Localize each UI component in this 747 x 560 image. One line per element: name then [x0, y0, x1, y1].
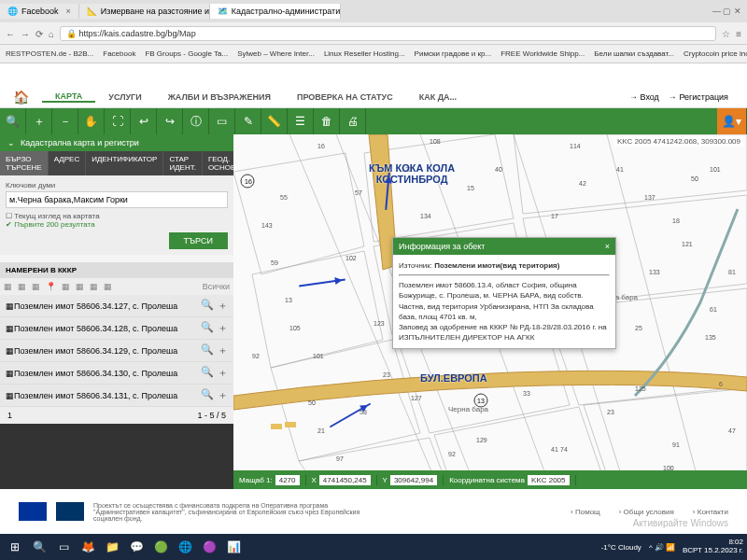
footer-terms[interactable]: › Общи условия: [619, 508, 674, 516]
search-button[interactable]: ТЪРСИ: [169, 232, 229, 249]
print-icon[interactable]: 🖨: [340, 108, 366, 134]
url-input[interactable]: 🔒 https://kais.cadastre.bg/bg/Map: [60, 26, 716, 41]
measure-icon[interactable]: 📏: [261, 108, 288, 134]
clear-icon[interactable]: 🗑: [314, 108, 340, 134]
nav-complaints[interactable]: ЖАЛБИ И ВЪЗРАЖЕНИЯ: [155, 92, 284, 102]
footer-contacts[interactable]: › Контакти: [693, 508, 728, 516]
clock[interactable]: 8:02ВСРТ 15.2.2023 г.: [683, 539, 743, 555]
bookmark-item[interactable]: Cryptocoin price inde...: [684, 49, 747, 58]
footer-help[interactable]: › Помощ: [571, 508, 600, 516]
bookmark-item[interactable]: RESTPOSTEN.de - B2B...: [6, 49, 93, 58]
tab-measure[interactable]: 📐Измерване на разстояние и п...×: [79, 4, 210, 19]
edit-icon[interactable]: ✎: [235, 108, 261, 134]
filter-icon[interactable]: ▦: [62, 282, 70, 291]
app-icon[interactable]: 💬: [125, 537, 148, 557]
register-link[interactable]: → Регистрация: [669, 92, 728, 102]
next-extent-icon[interactable]: ↪: [157, 108, 183, 134]
result-row[interactable]: ▦ Поземлен имот 58606.34.129, с. Пролеша…: [0, 340, 233, 362]
nav-status[interactable]: ПРОВЕРКА НА СТАТУС: [284, 92, 406, 102]
bookmark-item[interactable]: FB Groups - Google Ta...: [145, 49, 228, 58]
search-tab-address[interactable]: АДРЕС: [49, 151, 86, 175]
search-tab-quick[interactable]: БЪРЗО ТЪРСЕНЕ: [0, 151, 49, 175]
home-icon[interactable]: ⌂: [49, 29, 54, 39]
filter-icon[interactable]: ▦: [4, 282, 12, 291]
reload-icon[interactable]: ⟳: [35, 29, 43, 39]
filter-pin-icon[interactable]: 📍: [46, 282, 56, 291]
locate-icon[interactable]: 🔍: [201, 343, 214, 357]
layer-selector[interactable]: ⌄Кадастрална карта и регистри: [0, 134, 233, 151]
search-icon[interactable]: 🔍: [28, 537, 50, 557]
firefox-icon[interactable]: 🦊: [77, 537, 99, 557]
zoom-in-icon[interactable]: ＋: [26, 108, 52, 134]
tray-icons[interactable]: ^ 🔊 📶: [649, 543, 675, 552]
nav-services[interactable]: УСЛУГИ: [95, 92, 154, 102]
close-icon[interactable]: ×: [605, 242, 610, 251]
taskview-icon[interactable]: ▭: [52, 537, 75, 557]
tab-facebook[interactable]: 🌐Facebook×: [0, 4, 79, 19]
zoom-out-icon[interactable]: －: [52, 108, 78, 134]
bookmark-item[interactable]: Linux Reseller Hosting...: [324, 49, 405, 58]
add-icon[interactable]: ＋: [218, 366, 228, 380]
add-icon[interactable]: ＋: [218, 299, 228, 313]
nav-howto[interactable]: КАК ДА...: [406, 92, 470, 102]
add-icon[interactable]: ＋: [218, 321, 228, 335]
search-icon[interactable]: 🔍: [0, 108, 26, 134]
keywords-input[interactable]: [6, 191, 228, 208]
locate-icon[interactable]: 🔍: [201, 299, 214, 313]
logo-home-icon[interactable]: 🏠: [0, 90, 42, 105]
filter-icon[interactable]: ▦: [32, 282, 40, 291]
bookmark-item[interactable]: FREE Worldwide Shipp...: [500, 49, 585, 58]
result-row[interactable]: ▦ Поземлен имот 58606.34.130, с. Пролеша…: [0, 362, 233, 385]
explorer-icon[interactable]: 📁: [101, 537, 123, 557]
main: ⌄Кадастрална карта и регистри БЪРЗО ТЪРС…: [0, 134, 747, 489]
bookmark-item[interactable]: Facebook: [103, 49, 135, 58]
filter-all[interactable]: Всички: [203, 282, 230, 291]
locate-icon[interactable]: 🔍: [201, 388, 214, 402]
filter-icon[interactable]: ▦: [104, 282, 112, 291]
extent-icon[interactable]: ⛶: [105, 108, 131, 134]
filter-icon[interactable]: ▦: [76, 282, 84, 291]
add-icon[interactable]: ＋: [218, 343, 228, 357]
info-icon[interactable]: ⓘ: [183, 108, 209, 134]
user-icon[interactable]: 👤▾: [717, 108, 747, 134]
crs-control[interactable]: Координатна система KKC 2005: [444, 475, 575, 485]
filter-icon[interactable]: ▦: [90, 282, 98, 291]
svg-text:21: 21: [317, 427, 325, 434]
select-icon[interactable]: ▭: [209, 108, 235, 134]
nav-map[interactable]: КАРТА: [42, 91, 95, 103]
map-canvas[interactable]: 16 13 1610811445557154250591021224012110…: [233, 134, 747, 489]
close-icon[interactable]: ×: [66, 7, 71, 16]
add-icon[interactable]: ＋: [218, 388, 228, 402]
nav-back-icon[interactable]: ←: [6, 29, 15, 39]
bookmark-item[interactable]: Бели шапки създават...: [594, 49, 674, 58]
app-icon[interactable]: 🟣: [198, 537, 220, 557]
result-row[interactable]: ▦ Поземлен имот 58606.34.131, с. Пролеша…: [0, 385, 233, 407]
menu-icon[interactable]: ≡: [736, 29, 741, 39]
window-controls[interactable]: — ▢ ✕: [707, 7, 747, 16]
search-tab-oldid[interactable]: СТАР ИДЕНТ.: [163, 151, 203, 175]
app-icon[interactable]: 📊: [222, 537, 245, 557]
filter-icon[interactable]: ▦: [18, 282, 26, 291]
pan-icon[interactable]: ✋: [78, 108, 105, 134]
result-row[interactable]: ▦ Поземлен имот 58606.34.128, с. Пролеша…: [0, 317, 233, 340]
start-icon[interactable]: ⊞: [4, 537, 26, 557]
tab-cadastre[interactable]: 🗺️Кадастрално-административн...×: [210, 4, 341, 19]
layers-icon[interactable]: ☰: [288, 108, 314, 134]
search-tab-id[interactable]: ИДЕНТИФИКАТОР: [86, 151, 163, 175]
opt-first-200[interactable]: ✔ Първите 200 резултата: [6, 220, 228, 229]
weather-widget[interactable]: -1°C Cloudy: [601, 543, 641, 552]
scale-control[interactable]: Мащаб 1:4270: [233, 475, 306, 485]
search-tabs: БЪРЗО ТЪРСЕНЕ АДРЕС ИДЕНТИФИКАТОР СТАР И…: [0, 151, 233, 175]
login-link[interactable]: → Вход: [629, 92, 659, 102]
nav-fwd-icon[interactable]: →: [21, 29, 30, 39]
locate-icon[interactable]: 🔍: [201, 366, 214, 380]
opt-current-view[interactable]: ☐ Текущ изглед на картата: [6, 212, 228, 220]
result-row[interactable]: ▦ Поземлен имот 58606.34.127, с. Пролеша…: [0, 295, 233, 317]
prev-extent-icon[interactable]: ↩: [131, 108, 157, 134]
bookmark-item[interactable]: Sylweb – Where Inter...: [237, 49, 315, 58]
chrome-icon[interactable]: 🌐: [174, 537, 196, 557]
bookmark-item[interactable]: Римски градове и кр...: [415, 49, 492, 58]
bookmark-icon[interactable]: ☆: [722, 29, 730, 39]
locate-icon[interactable]: 🔍: [201, 321, 214, 335]
app-icon[interactable]: 🟢: [149, 537, 172, 557]
